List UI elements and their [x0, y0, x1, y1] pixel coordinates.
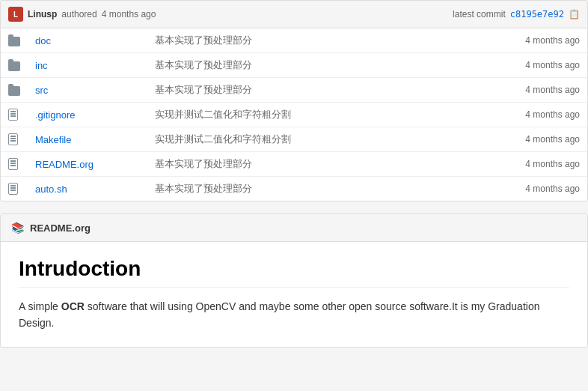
avatar: L — [8, 7, 23, 22]
readme-content: Intrudoction A simple OCR software that … — [1, 242, 587, 347]
file-name-cell: doc — [28, 28, 147, 53]
commit-bar: L Linusp authored 4 months ago latest co… — [1, 1, 587, 28]
file-icon — [8, 183, 18, 195]
file-icon — [8, 158, 18, 170]
readme-body-suffix: software that will using OpenCV and mayb… — [19, 300, 539, 329]
file-icon-cell — [1, 53, 28, 78]
file-name-link[interactable]: Makefile — [35, 134, 71, 145]
file-name-cell: src — [28, 78, 147, 103]
folder-icon — [8, 37, 20, 46]
readme-body-bold: OCR — [61, 300, 85, 312]
file-message: 实现并测试二值化和字符粗分割 — [147, 127, 449, 152]
file-name-link[interactable]: README.org — [35, 159, 94, 170]
file-icon-cell — [1, 177, 28, 201]
file-name-link[interactable]: doc — [35, 35, 51, 46]
commit-time: 4 months ago — [102, 9, 156, 19]
book-icon: 📚 — [11, 222, 24, 234]
table-row: .gitignore实现并测试二值化和字符粗分割4 months ago — [1, 103, 587, 127]
file-name-cell: auto.sh — [28, 177, 147, 201]
readme-header-label: README.org — [30, 222, 91, 234]
readme-title: Intrudoction — [19, 257, 569, 288]
file-name-cell: Makefile — [28, 127, 147, 152]
file-message: 基本实现了预处理部分 — [147, 53, 449, 78]
readme-section: 📚 README.org Intrudoction A simple OCR s… — [0, 213, 588, 348]
file-time: 4 months ago — [449, 127, 587, 152]
commit-action: authored — [61, 9, 97, 19]
file-message: 基本实现了预处理部分 — [147, 28, 449, 53]
file-name-link[interactable]: src — [35, 85, 48, 96]
file-icon-cell — [1, 152, 28, 177]
commit-bar-left: L Linusp authored 4 months ago — [8, 7, 156, 22]
commit-bar-right: latest commit c8195e7e92 📋 — [453, 9, 580, 19]
readme-header: 📚 README.org — [1, 214, 587, 242]
file-browser: L Linusp authored 4 months ago latest co… — [0, 0, 588, 201]
file-icon-cell — [1, 28, 28, 53]
file-message: 基本实现了预处理部分 — [147, 152, 449, 177]
file-icon-cell — [1, 127, 28, 152]
latest-commit-label: latest commit — [453, 9, 506, 19]
file-time: 4 months ago — [449, 28, 587, 53]
file-message: 基本实现了预处理部分 — [147, 177, 449, 201]
file-name-cell: README.org — [28, 152, 147, 177]
file-name-cell: inc — [28, 53, 147, 78]
folder-icon — [8, 86, 20, 96]
readme-body: A simple OCR software that will using Op… — [19, 298, 569, 332]
file-icon — [8, 133, 18, 145]
table-row: src基本实现了预处理部分4 months ago — [1, 78, 587, 103]
file-name-link[interactable]: .gitignore — [35, 109, 75, 121]
file-icon-cell — [1, 103, 28, 127]
file-icon — [8, 109, 18, 121]
file-time: 4 months ago — [449, 152, 587, 177]
author-link[interactable]: Linusp — [28, 9, 57, 19]
table-row: doc基本实现了预处理部分4 months ago — [1, 28, 587, 53]
file-name-link[interactable]: auto.sh — [35, 184, 67, 195]
file-name-cell: .gitignore — [28, 103, 147, 127]
copy-icon[interactable]: 📋 — [569, 9, 580, 19]
table-row: inc基本实现了预处理部分4 months ago — [1, 53, 587, 78]
file-table: doc基本实现了预处理部分4 months agoinc基本实现了预处理部分4 … — [1, 28, 587, 201]
table-row: auto.sh基本实现了预处理部分4 months ago — [1, 177, 587, 201]
folder-icon — [8, 61, 20, 71]
file-time: 4 months ago — [449, 78, 587, 103]
readme-body-prefix: A simple — [19, 300, 61, 312]
file-time: 4 months ago — [449, 177, 587, 201]
file-time: 4 months ago — [449, 53, 587, 78]
file-time: 4 months ago — [449, 103, 587, 127]
file-name-link[interactable]: inc — [35, 60, 48, 71]
commit-hash-link[interactable]: c8195e7e92 — [510, 9, 564, 19]
file-message: 基本实现了预处理部分 — [147, 78, 449, 103]
file-message: 实现并测试二值化和字符粗分割 — [147, 103, 449, 127]
file-icon-cell — [1, 78, 28, 103]
table-row: Makefile实现并测试二值化和字符粗分割4 months ago — [1, 127, 587, 152]
table-row: README.org基本实现了预处理部分4 months ago — [1, 152, 587, 177]
